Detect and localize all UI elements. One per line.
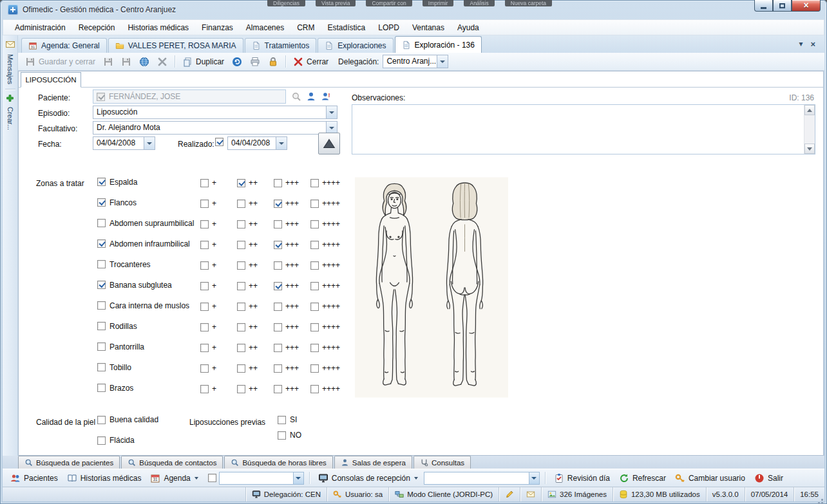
menu-historias-medicas[interactable]: Historias médicas	[121, 21, 195, 34]
intensity-checkbox[interactable]	[274, 303, 282, 311]
done-checkbox[interactable]	[215, 138, 223, 146]
checkbox[interactable]	[97, 342, 106, 351]
intensity-checkbox[interactable]	[310, 179, 319, 187]
zone-trocanteres-checkbox[interactable]: Trocanteres	[97, 260, 151, 269]
scroll-up-button[interactable]	[804, 105, 815, 115]
tab-salas-de-espera[interactable]: Salas de espera	[334, 456, 412, 469]
day-review-button[interactable]: Revisión día	[551, 472, 613, 485]
intensity-checkbox[interactable]	[237, 261, 245, 270]
observations-textarea[interactable]	[352, 104, 815, 154]
checkbox[interactable]	[97, 178, 106, 186]
intensity-checkbox[interactable]	[310, 323, 319, 331]
intensity-checkbox[interactable]	[200, 303, 209, 311]
menu-ayuda[interactable]: Ayuda	[451, 21, 486, 34]
zone-flancos-checkbox[interactable]: Flancos	[97, 198, 137, 207]
checkbox[interactable]	[97, 219, 106, 227]
menu-almacenes[interactable]: Almacenes	[240, 21, 290, 34]
zone-brazos-checkbox[interactable]: Brazos	[97, 384, 133, 393]
menu-lopd[interactable]: LOPD	[372, 21, 406, 34]
zone-abdomen-supraumbilical-checkbox[interactable]: Abdomen supraumbilical	[97, 219, 194, 228]
done-date-select[interactable]: 04/04/2008	[227, 136, 287, 150]
intensity-checkbox[interactable]	[310, 261, 319, 270]
tab-exploracion-136[interactable]: Exploración - 136	[395, 36, 482, 53]
skin-flaccid-checkbox[interactable]: Flácida	[97, 436, 135, 445]
patient-alert-button[interactable]	[319, 90, 332, 103]
intensity-checkbox[interactable]	[237, 179, 245, 187]
change-user-button[interactable]: Cambiar usuario	[672, 472, 748, 485]
delegation-select[interactable]: Centro Aranj...	[383, 55, 448, 68]
patients-button[interactable]: Pacientes	[7, 472, 61, 485]
intensity-checkbox[interactable]	[200, 364, 209, 373]
intensity-checkbox[interactable]	[310, 385, 319, 393]
resize-grip[interactable]	[821, 499, 823, 501]
checkbox[interactable]	[97, 322, 106, 330]
skin-good-checkbox[interactable]: Buena calidad	[97, 415, 158, 424]
date-select[interactable]: 04/04/2008	[93, 136, 155, 150]
chevron-down-icon[interactable]	[529, 472, 539, 484]
tab-liposuccion[interactable]: LIPOSUCCIÓN	[21, 72, 81, 88]
checkbox[interactable]	[97, 416, 106, 424]
agenda-button[interactable]: Agenda	[147, 472, 201, 485]
intensity-checkbox[interactable]	[310, 282, 319, 290]
intensity-checkbox[interactable]	[200, 241, 209, 249]
zone-pantorrilla-checkbox[interactable]: Pantorrilla	[97, 342, 144, 351]
checkbox[interactable]	[97, 260, 106, 268]
zone-espalda-checkbox[interactable]: Espalda	[97, 178, 137, 187]
intensity-checkbox[interactable]	[274, 385, 282, 393]
intensity-checkbox[interactable]	[237, 303, 245, 311]
exit-button[interactable]: Salir	[751, 472, 786, 485]
intensity-checkbox[interactable]	[237, 323, 245, 331]
tab-agenda-general[interactable]: Agenda: General	[21, 38, 107, 53]
pyramid-button[interactable]	[318, 133, 340, 154]
save-and-close-button[interactable]: Guardar y cerrar	[22, 55, 99, 68]
status-edit[interactable]	[499, 487, 520, 501]
zone-abdomen-infraumbilical-checkbox[interactable]: Abdomen infraumbilical	[97, 239, 190, 248]
tab-patient-valles-peret[interactable]: VALLES PERET, ROSA MARIA	[108, 38, 243, 53]
intensity-checkbox[interactable]	[274, 323, 282, 331]
menu-ventanas[interactable]: Ventanas	[406, 21, 451, 34]
previous-yes-checkbox[interactable]: SI	[278, 415, 297, 424]
menu-crm[interactable]: CRM	[290, 21, 321, 34]
tab-busqueda-contactos[interactable]: Búsqueda de contactos	[121, 456, 223, 469]
status-mail[interactable]	[520, 487, 541, 501]
intensity-checkbox[interactable]	[274, 364, 282, 373]
duplicate-button[interactable]: Duplicar	[179, 55, 227, 68]
intensity-checkbox[interactable]	[200, 179, 209, 187]
intensity-checkbox[interactable]	[200, 200, 209, 208]
intensity-checkbox[interactable]	[274, 220, 282, 229]
intensity-checkbox[interactable]	[237, 220, 245, 229]
create-panel-button[interactable]: Crear...	[6, 107, 14, 130]
doctor-select[interactable]: Dr. Alejandro Mota	[93, 121, 337, 135]
agenda-filter-checkbox[interactable]	[208, 474, 216, 482]
menu-administracion[interactable]: Administración	[8, 21, 72, 34]
checkbox[interactable]	[97, 436, 106, 445]
patient-card-button[interactable]	[305, 90, 318, 103]
checkbox[interactable]	[278, 431, 286, 440]
medical-records-button[interactable]: Historias médicas	[64, 472, 145, 485]
messages-panel-button[interactable]: Mensajes	[6, 54, 14, 84]
web-button[interactable]	[136, 55, 153, 68]
intensity-checkbox[interactable]	[200, 282, 209, 290]
close-tab-button[interactable]	[810, 39, 815, 49]
zone-rodillas-checkbox[interactable]: Rodillas	[97, 322, 137, 331]
intensity-checkbox[interactable]	[310, 241, 319, 249]
intensity-checkbox[interactable]	[310, 364, 319, 373]
checkbox[interactable]	[97, 281, 106, 289]
zone-cara-interna-muslos-checkbox[interactable]: Cara interna de muslos	[97, 301, 189, 310]
close-button[interactable]	[792, 0, 821, 12]
chevron-down-icon[interactable]	[144, 137, 155, 149]
scrollbar[interactable]	[804, 105, 815, 154]
intensity-checkbox[interactable]	[274, 241, 282, 249]
save-as-button[interactable]	[118, 55, 135, 68]
tab-consultas[interactable]: Consultas	[414, 456, 471, 469]
intensity-checkbox[interactable]	[274, 200, 282, 208]
intensity-checkbox[interactable]	[237, 344, 245, 352]
intensity-checkbox[interactable]	[200, 220, 209, 229]
checkbox[interactable]	[97, 301, 106, 310]
minimize-button[interactable]	[754, 0, 773, 12]
tab-exploraciones[interactable]: Exploraciones	[318, 38, 393, 53]
intensity-checkbox[interactable]	[274, 282, 282, 290]
intensity-checkbox[interactable]	[310, 220, 319, 229]
tab-list-button[interactable]	[799, 39, 803, 49]
refresh-button[interactable]: Refrescar	[616, 472, 669, 485]
